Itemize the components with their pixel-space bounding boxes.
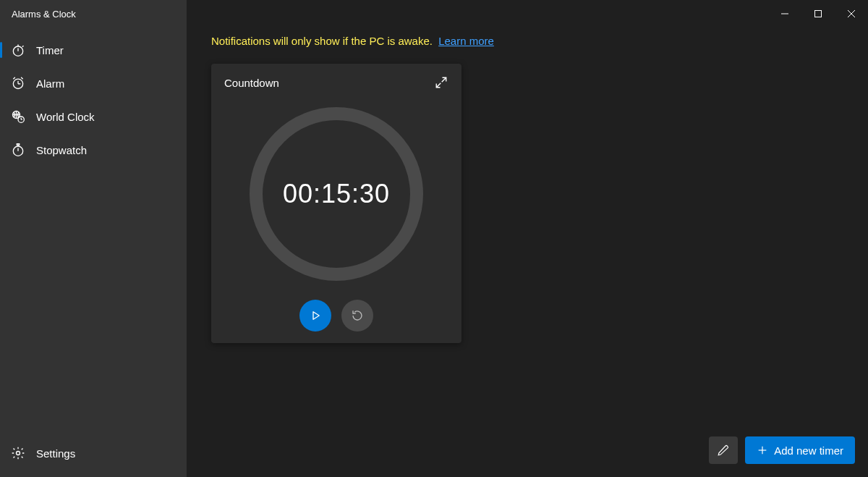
alarm-icon bbox=[10, 75, 26, 91]
bottom-toolbar: Add new timer bbox=[709, 436, 855, 464]
svg-marker-20 bbox=[313, 312, 319, 320]
timer-ring[interactable]: 00:15:30 bbox=[250, 107, 423, 281]
svg-point-17 bbox=[17, 452, 20, 455]
add-new-timer-label: Add new timer bbox=[774, 444, 843, 457]
maximize-icon bbox=[814, 9, 822, 18]
sidebar-item-label: World Clock bbox=[36, 111, 95, 123]
reset-icon bbox=[351, 309, 364, 322]
stopwatch-icon bbox=[10, 142, 26, 158]
expand-icon bbox=[435, 76, 448, 89]
sidebar-item-world-clock[interactable]: World Clock bbox=[0, 100, 187, 133]
sidebar-item-timer[interactable]: Timer bbox=[0, 33, 187, 67]
add-new-timer-button[interactable]: Add new timer bbox=[745, 436, 855, 464]
svg-point-4 bbox=[13, 46, 22, 56]
main-content: Notifications will only show if the PC i… bbox=[187, 0, 868, 477]
timer-controls bbox=[211, 300, 461, 332]
expand-button[interactable] bbox=[433, 74, 450, 91]
window-controls bbox=[768, 0, 868, 28]
timer-title: Countdown bbox=[224, 77, 279, 89]
svg-rect-1 bbox=[815, 11, 822, 17]
sidebar-item-label: Stopwatch bbox=[36, 144, 87, 156]
timer-time: 00:15:30 bbox=[250, 107, 423, 281]
play-button[interactable] bbox=[299, 300, 331, 332]
timer-card-header: Countdown bbox=[211, 64, 461, 91]
plus-icon bbox=[757, 444, 768, 456]
sidebar: Timer Alarm World Clock bbox=[0, 0, 187, 477]
edit-timers-button[interactable] bbox=[709, 436, 738, 464]
sidebar-item-label: Settings bbox=[36, 447, 75, 460]
timer-icon bbox=[10, 42, 26, 58]
sidebar-bottom: Settings bbox=[0, 436, 187, 470]
sidebar-item-alarm[interactable]: Alarm bbox=[0, 67, 187, 100]
minimize-button[interactable] bbox=[768, 0, 801, 28]
sidebar-item-label: Alarm bbox=[36, 77, 64, 90]
close-button[interactable] bbox=[835, 0, 868, 28]
svg-line-19 bbox=[436, 83, 441, 88]
learn-more-link[interactable]: Learn more bbox=[438, 35, 494, 47]
minimize-icon bbox=[780, 9, 789, 18]
world-clock-icon bbox=[10, 109, 26, 124]
gear-icon bbox=[10, 445, 26, 461]
timer-card: Countdown 00:15:30 bbox=[211, 64, 461, 343]
close-icon bbox=[847, 9, 856, 18]
sidebar-item-stopwatch[interactable]: Stopwatch bbox=[0, 133, 187, 166]
sidebar-item-label: Timer bbox=[36, 44, 64, 56]
svg-line-18 bbox=[442, 77, 446, 82]
sidebar-item-settings[interactable]: Settings bbox=[0, 436, 187, 470]
reset-button[interactable] bbox=[341, 300, 373, 332]
maximize-button[interactable] bbox=[801, 0, 835, 28]
pencil-icon bbox=[717, 444, 730, 457]
titlebar: Alarms & Clock bbox=[0, 0, 868, 28]
notification-banner: Notifications will only show if the PC i… bbox=[211, 35, 494, 47]
nav-list: Timer Alarm World Clock bbox=[0, 33, 187, 166]
svg-rect-15 bbox=[17, 144, 19, 145]
notification-message: Notifications will only show if the PC i… bbox=[211, 35, 433, 47]
play-icon bbox=[309, 309, 322, 322]
app-title: Alarms & Clock bbox=[0, 9, 76, 20]
